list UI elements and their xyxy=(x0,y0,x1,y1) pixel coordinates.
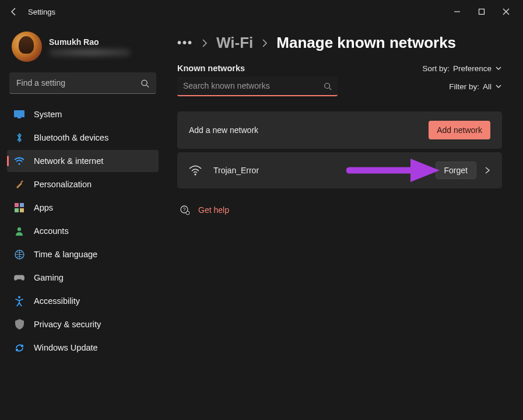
nav-label: Privacy & security xyxy=(34,320,101,329)
apps-icon xyxy=(14,202,24,213)
nav-label: Windows Update xyxy=(34,343,98,352)
add-network-button[interactable]: Add network xyxy=(429,121,490,139)
sidebar-item-privacy[interactable]: Privacy & security xyxy=(7,313,159,335)
sidebar-item-system[interactable]: System xyxy=(7,103,159,125)
network-search-wrap xyxy=(177,76,338,96)
svg-rect-6 xyxy=(20,203,24,207)
search-icon xyxy=(141,79,149,88)
svg-rect-0 xyxy=(479,9,485,15)
sidebar-item-accessibility[interactable]: Accessibility xyxy=(7,290,159,312)
window-title: Settings xyxy=(28,8,55,16)
breadcrumb-ellipsis[interactable]: ••• xyxy=(177,36,193,50)
globe-icon xyxy=(14,249,24,260)
sidebar-item-bluetooth[interactable]: Bluetooth & devices xyxy=(7,127,159,149)
sidebar-search xyxy=(9,72,156,94)
sidebar-item-gaming[interactable]: Gaming xyxy=(7,267,159,289)
nav-label: System xyxy=(34,110,62,119)
maximize-button[interactable] xyxy=(469,2,494,21)
maximize-icon xyxy=(478,8,485,15)
sort-by-label: Sort by: xyxy=(422,64,450,73)
close-button[interactable] xyxy=(494,2,518,21)
chevron-right-icon xyxy=(485,166,490,174)
nav-label: Network & internet xyxy=(34,156,103,166)
display-icon xyxy=(14,109,24,120)
svg-rect-7 xyxy=(15,208,19,212)
chevron-down-icon xyxy=(495,83,502,89)
breadcrumb-current: Manage known networks xyxy=(276,34,456,52)
nav-label: Gaming xyxy=(34,273,64,282)
search-known-networks-input[interactable] xyxy=(177,76,338,96)
annotation-arrow xyxy=(346,156,445,185)
breadcrumb: ••• Wi-Fi Manage known networks xyxy=(177,34,502,52)
sidebar-item-time-language[interactable]: Time & language xyxy=(7,243,159,265)
chevron-right-icon xyxy=(201,38,208,48)
sort-by-value: Preference xyxy=(453,64,492,73)
avatar xyxy=(12,32,42,62)
svg-point-12 xyxy=(325,83,330,89)
sidebar-item-apps[interactable]: Apps xyxy=(7,197,159,219)
sidebar-item-network[interactable]: Network & internet xyxy=(7,150,159,172)
help-row: ? Get help xyxy=(177,205,502,215)
svg-point-9 xyxy=(17,228,21,231)
minimize-button[interactable] xyxy=(445,2,469,21)
help-icon: ? xyxy=(180,205,190,215)
expand-network-button[interactable] xyxy=(485,166,490,174)
network-ssid: Trojan_Error xyxy=(213,166,259,175)
svg-point-11 xyxy=(18,296,20,299)
add-network-card: Add a new network Add network xyxy=(177,111,502,149)
shield-icon xyxy=(14,319,24,330)
svg-point-1 xyxy=(142,80,147,85)
nav-label: Accessibility xyxy=(34,296,80,306)
svg-rect-5 xyxy=(15,203,19,207)
chevron-down-icon xyxy=(495,65,502,71)
nav-label: Bluetooth & devices xyxy=(34,133,108,142)
search-icon xyxy=(324,82,332,90)
sidebar: Sumukh Rao System Bluetooth & devices Ne… xyxy=(0,23,163,420)
known-networks-heading: Known networks xyxy=(177,64,245,73)
add-network-label: Add a new network xyxy=(189,125,258,135)
nav-label: Apps xyxy=(34,203,53,212)
filter-by-label: Filter by: xyxy=(449,82,479,91)
gamepad-icon xyxy=(14,272,24,283)
get-help-link[interactable]: Get help xyxy=(198,205,229,215)
nav-label: Time & language xyxy=(34,250,97,259)
arrow-left-icon xyxy=(9,7,19,16)
chevron-right-icon xyxy=(261,38,268,48)
person-icon xyxy=(14,226,24,236)
find-setting-input[interactable] xyxy=(9,72,156,94)
svg-point-13 xyxy=(194,173,196,175)
accessibility-icon xyxy=(14,296,24,306)
minimize-icon xyxy=(454,8,461,15)
bluetooth-icon xyxy=(14,132,24,143)
sidebar-item-windows-update[interactable]: Windows Update xyxy=(7,337,159,359)
nav-list: System Bluetooth & devices Network & int… xyxy=(7,102,159,360)
forget-button[interactable]: Forget xyxy=(436,162,476,179)
sidebar-item-personalization[interactable]: Personalization xyxy=(7,173,159,195)
svg-point-4 xyxy=(18,163,20,164)
wifi-icon xyxy=(189,165,202,176)
svg-rect-8 xyxy=(20,208,24,212)
profile-name: Sumukh Rao xyxy=(49,37,131,47)
profile-block[interactable]: Sumukh Rao xyxy=(7,28,159,69)
nav-label: Personalization xyxy=(34,180,92,189)
svg-text:?: ? xyxy=(182,206,185,212)
sort-by-control[interactable]: Sort by: Preference xyxy=(422,64,502,73)
svg-rect-2 xyxy=(14,110,24,117)
svg-rect-3 xyxy=(17,117,21,118)
main-pane: ••• Wi-Fi Manage known networks Known ne… xyxy=(163,23,523,420)
svg-point-16 xyxy=(186,211,189,215)
profile-email-blurred xyxy=(49,48,131,57)
filter-by-value: All xyxy=(483,82,492,91)
title-bar: Settings xyxy=(0,0,523,23)
breadcrumb-wifi[interactable]: Wi-Fi xyxy=(216,34,253,52)
wifi-icon xyxy=(14,156,24,166)
network-row[interactable]: Trojan_Error Forget xyxy=(177,152,502,188)
filter-by-control[interactable]: Filter by: All xyxy=(449,82,502,91)
nav-label: Accounts xyxy=(34,226,69,236)
back-button[interactable] xyxy=(5,2,23,21)
sidebar-item-accounts[interactable]: Accounts xyxy=(7,220,159,242)
brush-icon xyxy=(14,179,24,190)
close-icon xyxy=(503,8,510,15)
sync-icon xyxy=(14,342,24,353)
